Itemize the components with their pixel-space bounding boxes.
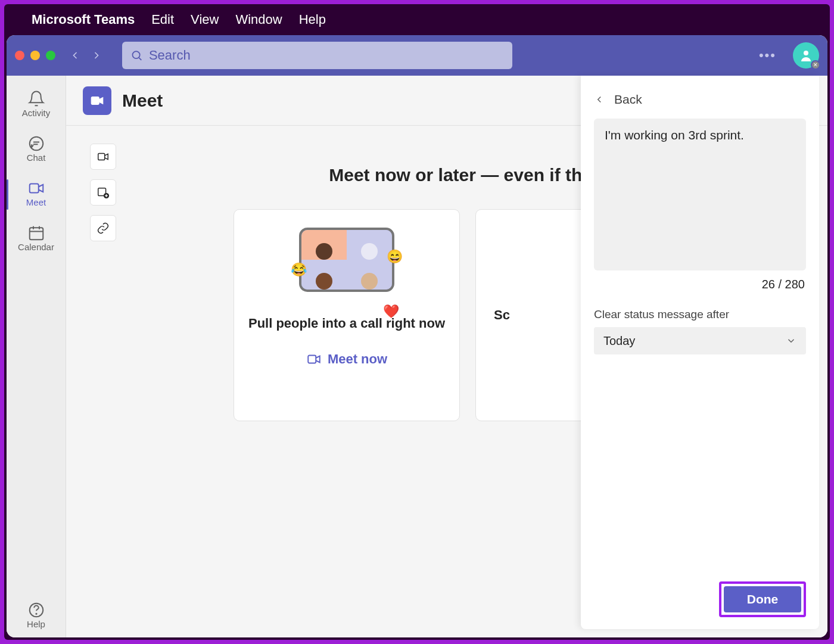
rail-label: Meet: [26, 197, 46, 207]
search-input[interactable]: [149, 48, 504, 63]
meet-app-icon: [83, 86, 111, 115]
done-highlight: Done: [719, 581, 806, 617]
rail-chat[interactable]: Chat: [7, 129, 66, 171]
meet-now-card: 😂 😄 ❤️ Pull people into a call right now…: [234, 209, 460, 421]
svg-point-0: [132, 51, 139, 58]
fullscreen-window-button[interactable]: [46, 51, 55, 60]
minimize-window-button[interactable]: [30, 51, 40, 60]
people-grid-illustration: [299, 228, 394, 292]
hero-heading: Meet now or later — even if they': [329, 165, 606, 185]
traffic-lights: [15, 51, 55, 60]
panel-back-button[interactable]: Back: [594, 88, 806, 119]
panel-back-label: Back: [614, 92, 642, 107]
svg-rect-19: [308, 356, 316, 363]
menubar-view[interactable]: View: [191, 12, 219, 27]
nav-forward-button[interactable]: [89, 48, 104, 63]
heart-emoji-icon: ❤️: [383, 304, 399, 319]
titlebar: •••: [7, 35, 827, 76]
nav-back-button[interactable]: [67, 48, 83, 63]
camera-button[interactable]: [90, 144, 116, 170]
status-panel: Back 26 / 280 Clear status message after…: [581, 76, 819, 629]
laugh-emoji-icon: 😂: [291, 262, 307, 278]
more-options-button[interactable]: •••: [759, 48, 776, 63]
new-meeting-button[interactable]: [90, 179, 116, 206]
status-message-input[interactable]: [594, 119, 806, 270]
svg-rect-7: [29, 228, 43, 239]
smile-emoji-icon: 😄: [387, 249, 403, 265]
meet-now-button[interactable]: Meet now: [306, 351, 387, 367]
page-title: Meet: [122, 91, 163, 111]
rail-label: Calendar: [18, 242, 54, 252]
link-button[interactable]: [90, 215, 116, 241]
menubar-edit[interactable]: Edit: [151, 12, 174, 27]
rail-label: Help: [27, 619, 45, 629]
svg-line-1: [139, 58, 142, 60]
menubar-window[interactable]: Window: [235, 12, 282, 27]
rail-label: Activity: [22, 108, 51, 118]
schedule-card-text: Sc: [494, 307, 510, 323]
clear-after-value: Today: [603, 334, 635, 348]
rail-meet[interactable]: Meet: [7, 173, 66, 216]
svg-point-2: [804, 51, 808, 55]
app-rail: Activity Chat Meet Calendar Help: [7, 76, 66, 637]
mac-menubar: Microsoft Teams Edit View Window Help: [4, 4, 830, 35]
meet-toolbar: [90, 144, 116, 620]
rail-calendar[interactable]: Calendar: [7, 218, 66, 260]
profile-avatar[interactable]: [793, 42, 819, 69]
svg-rect-13: [91, 97, 99, 104]
rail-help[interactable]: Help: [7, 595, 66, 637]
card-title: Pull people into a call right now: [248, 316, 445, 331]
svg-rect-14: [98, 154, 105, 160]
char-counter: 26 / 280: [594, 270, 806, 308]
search-icon: [130, 49, 143, 62]
close-window-button[interactable]: [15, 51, 24, 60]
meet-now-label: Meet now: [328, 351, 387, 367]
rail-activity[interactable]: Activity: [7, 84, 66, 126]
menubar-help[interactable]: Help: [299, 12, 326, 27]
chevron-down-icon: [786, 335, 796, 346]
clear-after-select[interactable]: Today: [594, 327, 806, 354]
status-badge-icon: [811, 60, 820, 70]
svg-point-12: [36, 614, 36, 614]
app-window: ••• Activity Chat Meet: [7, 35, 827, 637]
menubar-app-name[interactable]: Microsoft Teams: [32, 12, 135, 27]
svg-rect-6: [29, 184, 38, 193]
rail-label: Chat: [27, 153, 46, 163]
done-button[interactable]: Done: [724, 586, 801, 612]
clear-after-label: Clear status message after: [594, 308, 806, 321]
search-box[interactable]: [122, 42, 512, 69]
